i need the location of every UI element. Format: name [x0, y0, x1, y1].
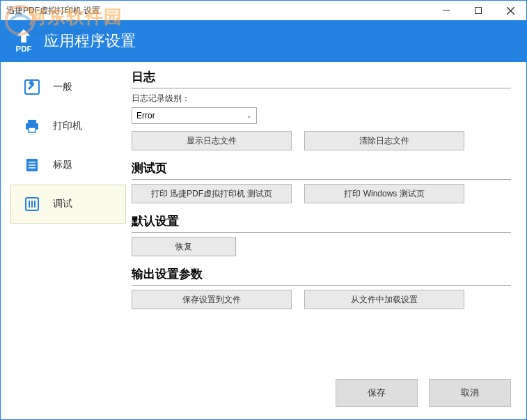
titlebar: 迅捷PDF虚拟打印机 设置 [1, 1, 526, 20]
section-test-page: 测试页 打印 迅捷PDF虚拟打印机 测试页 打印 Windows 测试页 [132, 160, 511, 203]
svg-rect-9 [29, 127, 36, 132]
svg-text:PDF: PDF [16, 45, 32, 53]
save-settings-to-file-button[interactable]: 保存设置到文件 [132, 290, 292, 309]
sidebar-item-debug[interactable]: 调试 [10, 185, 126, 224]
log-level-label: 日志记录级别： [132, 93, 511, 104]
minimize-button[interactable] [430, 1, 462, 20]
clear-log-button[interactable]: 清除日志文件 [304, 131, 464, 150]
restore-defaults-button[interactable]: 恢复 [132, 237, 236, 256]
divider [132, 88, 511, 88]
content-panel: 日志 日志记录级别： Error ⌄ 显示日志文件 清除日志文件 测试页 打印 … [126, 62, 526, 420]
divider [132, 285, 511, 286]
window-controls [430, 1, 526, 20]
sidebar-item-label: 一般 [53, 81, 72, 93]
svg-rect-2 [475, 8, 482, 14]
section-title: 日志 [132, 69, 511, 88]
sidebar-item-label: 调试 [53, 198, 72, 210]
show-log-button[interactable]: 显示日志文件 [132, 131, 292, 150]
divider [132, 232, 511, 233]
sidebar-item-printer[interactable]: 打印机 [10, 107, 126, 146]
cancel-button[interactable]: 取消 [429, 379, 511, 407]
sidebar-item-label: 标题 [53, 159, 72, 171]
sidebar-item-label: 打印机 [53, 120, 82, 132]
save-button[interactable]: 保存 [336, 379, 418, 407]
sidebar-item-title[interactable]: 标题 [10, 146, 126, 185]
section-defaults: 默认设置 恢复 [132, 213, 511, 256]
maximize-button[interactable] [462, 1, 494, 20]
svg-rect-7 [28, 120, 36, 123]
document-icon [24, 157, 40, 173]
window-title: 迅捷PDF虚拟打印机 设置 [1, 5, 100, 17]
dropdown-value: Error [136, 111, 155, 120]
section-export: 输出设置参数 保存设置到文件 从文件中加载设置 [132, 266, 511, 309]
debug-icon [24, 196, 40, 212]
app-logo-icon: PDF [10, 28, 37, 54]
load-settings-from-file-button[interactable]: 从文件中加载设置 [304, 290, 464, 309]
sidebar: 一般 打印机 标题 [1, 62, 126, 420]
header-title: 应用程序设置 [44, 31, 136, 52]
section-title: 输出设置参数 [132, 266, 511, 285]
dialog-footer: 保存 取消 [132, 369, 511, 420]
print-windows-test-button[interactable]: 打印 Windows 测试页 [304, 184, 464, 203]
section-log: 日志 日志记录级别： Error ⌄ 显示日志文件 清除日志文件 [132, 69, 511, 150]
wrench-icon [24, 79, 40, 95]
section-title: 默认设置 [132, 213, 511, 232]
sidebar-item-general[interactable]: 一般 [10, 68, 126, 107]
print-app-test-button[interactable]: 打印 迅捷PDF虚拟打印机 测试页 [132, 184, 292, 203]
section-title: 测试页 [132, 160, 511, 179]
printer-icon [24, 118, 40, 134]
close-button[interactable] [494, 1, 526, 20]
divider [132, 179, 511, 180]
app-header: PDF 应用程序设置 [1, 20, 526, 62]
log-level-dropdown[interactable]: Error ⌄ [132, 107, 257, 124]
chevron-down-icon: ⌄ [246, 112, 252, 119]
